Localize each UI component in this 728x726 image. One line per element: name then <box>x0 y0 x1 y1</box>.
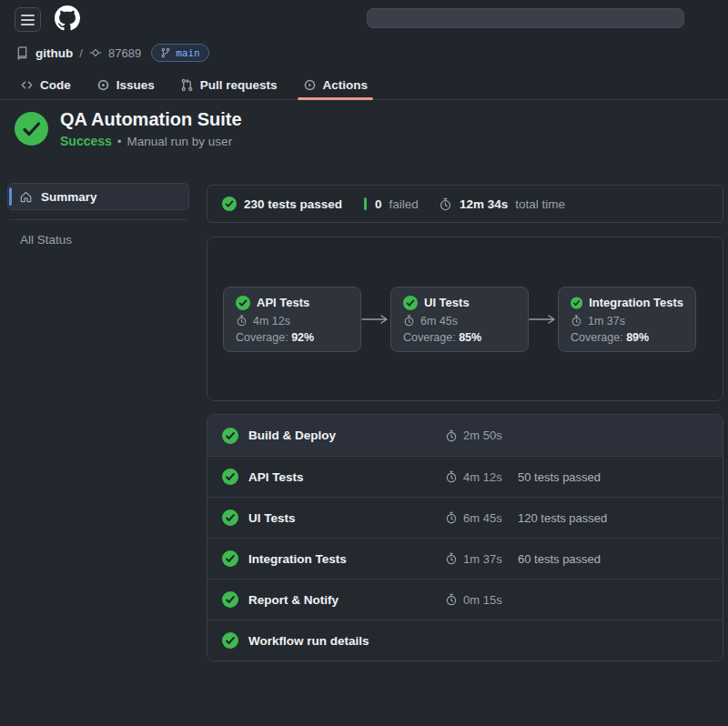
run-subtitle: Success • Manual run by user <box>60 134 242 148</box>
stopwatch-icon <box>445 470 458 483</box>
check-circle-icon <box>222 197 237 211</box>
coverage-value: 85% <box>459 331 481 344</box>
total-time-segment: 12m 34s total time <box>439 197 565 211</box>
failed-segment: 0 failed <box>375 197 419 211</box>
run-title: QA Automation Suite <box>60 109 242 130</box>
job-row-api-tests[interactable]: API Tests 4m 12s 50 tests passed <box>207 456 723 497</box>
workflow-graph-panel: API Tests 4m 12s Coverage: 92% <box>207 237 723 401</box>
check-circle-icon <box>222 469 238 485</box>
run-trigger-text: Manual run by user <box>127 135 233 148</box>
job-row-ui-tests[interactable]: UI Tests 6m 45s 120 tests passed <box>207 497 723 538</box>
stopwatch-icon <box>445 511 458 524</box>
branch-icon <box>160 47 171 58</box>
graph-edge-arrow <box>361 314 390 325</box>
stopwatch-icon <box>236 315 248 327</box>
node-name: API Tests <box>257 296 309 309</box>
hamburger-menu-button[interactable] <box>15 7 41 32</box>
sidebar-item-summary[interactable]: Summary <box>7 183 189 210</box>
branch-badge[interactable]: main <box>151 44 209 62</box>
tab-actions[interactable]: Actions <box>301 71 370 99</box>
stopwatch-icon <box>571 315 582 327</box>
run-sidebar: Summary All Status <box>7 183 189 253</box>
jobs-table: Build & Deploy 2m 50s API Tests <box>207 414 723 661</box>
coverage-value: 89% <box>626 331 649 344</box>
tab-label: Issues <box>116 78 155 92</box>
run-success-icon <box>15 112 48 146</box>
graph-node-ui-tests[interactable]: UI Tests 6m 45s Coverage: 85% <box>390 287 529 352</box>
check-circle-icon <box>222 428 238 444</box>
tab-label: Pull requests <box>200 78 278 92</box>
job-tests: 50 tests passed <box>518 470 708 484</box>
node-duration: 6m 45s <box>420 315 458 328</box>
job-name: Workflow run details <box>248 634 369 648</box>
subtitle-separator: • <box>117 135 122 148</box>
sidebar-item-label: Summary <box>41 190 97 204</box>
tests-passed-segment: 230 tests passed <box>222 197 342 211</box>
job-duration: 4m 12s <box>463 470 502 484</box>
repo-tabs: Code Issues Pull requests <box>18 71 369 99</box>
check-circle-icon <box>222 509 238 526</box>
home-icon <box>19 190 33 204</box>
pull-request-icon <box>180 78 194 92</box>
graph-node-integration-tests[interactable]: Integration Tests 1m 37s Coverage: 89% <box>558 287 696 352</box>
breadcrumb: github / 87689 main <box>15 44 209 62</box>
tab-pull-requests[interactable]: Pull requests <box>178 71 279 99</box>
job-name: API Tests <box>248 470 304 484</box>
job-name: Integration Tests <box>248 552 347 566</box>
stopwatch-icon <box>445 593 458 606</box>
search-input[interactable] <box>367 8 684 28</box>
check-circle-icon <box>222 591 238 608</box>
workflow-run-icon <box>89 46 102 59</box>
stopwatch-icon <box>403 315 415 327</box>
tab-issues[interactable]: Issues <box>95 71 157 99</box>
job-name: UI Tests <box>248 511 296 525</box>
check-circle-icon <box>403 296 418 310</box>
run-header: QA Automation Suite Success • Manual run… <box>15 109 242 148</box>
job-duration: 6m 45s <box>463 511 502 525</box>
run-status-text: Success <box>60 134 112 148</box>
sidebar-item-label: All Status <box>20 233 72 247</box>
coverage-label: Coverage: <box>571 331 623 344</box>
job-tests: 120 tests passed <box>518 511 708 525</box>
tab-code[interactable]: Code <box>18 71 73 99</box>
check-circle-icon <box>571 296 582 310</box>
job-duration: 0m 15s <box>463 593 502 607</box>
job-tests: 60 tests passed <box>518 552 708 566</box>
total-time-value: 12m 34s <box>460 197 508 211</box>
global-header: github / 87689 main Cod <box>0 0 728 100</box>
branch-name: main <box>176 47 200 59</box>
issues-icon <box>96 78 110 92</box>
job-row-report-notify[interactable]: Report & Notify 0m 15s <box>207 579 723 620</box>
breadcrumb-repo-link[interactable]: github <box>35 46 73 60</box>
sidebar-item-all-status[interactable]: All Status <box>7 226 189 253</box>
job-row-workflow-run-details[interactable]: Workflow run details <box>207 620 723 660</box>
run-content: 230 tests passed 0 failed 12m 34s total … <box>207 185 723 661</box>
stopwatch-icon <box>439 197 452 211</box>
node-duration: 4m 12s <box>253 315 290 328</box>
stopwatch-icon <box>445 429 458 442</box>
repo-icon <box>15 46 29 60</box>
stopwatch-icon <box>445 552 458 565</box>
failed-indicator-bar <box>364 197 367 210</box>
active-accent-bar <box>9 187 12 206</box>
node-name: UI Tests <box>424 296 470 309</box>
check-circle-icon <box>236 296 250 310</box>
job-duration: 1m 37s <box>463 552 502 566</box>
tests-passed-text: 230 tests passed <box>244 197 342 211</box>
node-name: Integration Tests <box>589 296 683 309</box>
coverage-label: Coverage: <box>403 331 456 344</box>
check-circle-icon <box>222 632 238 649</box>
total-time-label: total time <box>515 197 565 211</box>
graph-node-api-tests[interactable]: API Tests 4m 12s Coverage: 92% <box>223 287 361 352</box>
failed-count: 0 <box>375 197 382 211</box>
tab-label: Code <box>40 78 71 92</box>
sidebar-divider <box>9 219 187 220</box>
coverage-label: Coverage: <box>236 331 288 344</box>
job-row-integration-tests[interactable]: Integration Tests 1m 37s 60 tests passed <box>207 538 723 579</box>
run-number[interactable]: 87689 <box>108 46 141 60</box>
job-duration: 2m 50s <box>463 429 502 442</box>
node-duration: 1m 37s <box>588 315 625 328</box>
job-row-build-deploy[interactable]: Build & Deploy 2m 50s <box>207 415 723 456</box>
job-name: Build & Deploy <box>248 429 336 442</box>
github-logo-icon[interactable] <box>55 5 80 31</box>
